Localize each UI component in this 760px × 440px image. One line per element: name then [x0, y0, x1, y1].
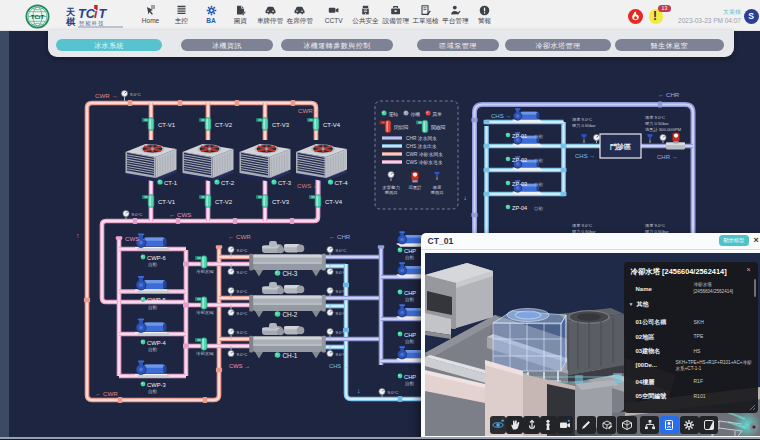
svg-text:門診區: 門診區	[610, 143, 631, 151]
svg-text:流量計 300.00GPM: 流量計 300.00GPM	[645, 127, 682, 132]
svg-text:CWS →: CWS →	[125, 235, 147, 242]
svg-text:開啟閥: 開啟閥	[431, 124, 446, 131]
svg-text:ZP-02: ZP-02	[512, 157, 527, 163]
svg-text:9.0°C: 9.0°C	[336, 248, 347, 253]
svg-text:CHS →: CHS →	[329, 363, 349, 369]
svg-text:異常: 異常	[433, 112, 443, 117]
svg-text:自動: 自動	[148, 262, 158, 267]
svg-text:CT-3: CT-3	[278, 180, 292, 186]
svg-text:CT-2: CT-2	[221, 180, 235, 186]
svg-text:CHP: CHP	[404, 332, 416, 338]
svg-text:← CHR: ← CHR	[658, 91, 680, 98]
svg-text:溫度 9.0°C: 溫度 9.0°C	[645, 223, 665, 228]
svg-text:CT-V2: CT-V2	[215, 199, 233, 205]
svg-text:CWP-5: CWP-5	[147, 297, 166, 303]
svg-text:CT-V2: CT-V2	[215, 122, 233, 128]
svg-text:9.0°C: 9.0°C	[388, 390, 399, 395]
svg-text:ZP-04: ZP-04	[512, 205, 527, 211]
svg-text:自動: 自動	[534, 182, 543, 187]
svg-text:ZP-01: ZP-01	[512, 133, 527, 139]
svg-text:棋: 棋	[65, 17, 76, 27]
svg-text:↑: ↑	[472, 169, 475, 176]
svg-text:9.0°C: 9.0°C	[336, 311, 347, 316]
svg-text:運轉: 運轉	[389, 111, 399, 118]
svg-text:CHP: CHP	[404, 290, 416, 296]
svg-text:TC: TC	[78, 7, 96, 21]
svg-text:CH-1: CH-1	[283, 352, 298, 359]
svg-text:CHS →: CHS →	[491, 113, 511, 119]
svg-text:自動: 自動	[148, 305, 158, 310]
svg-text:9.0°C: 9.0°C	[237, 289, 248, 294]
svg-text:↓: ↓	[357, 387, 361, 394]
svg-text:CWS →: CWS →	[229, 363, 250, 369]
svg-text:自動: 自動	[405, 339, 415, 344]
svg-text:CWR →: CWR →	[95, 92, 118, 99]
svg-text:← CWR: ← CWR	[228, 233, 251, 240]
svg-text:冷卻水閥: 冷卻水閥	[196, 269, 214, 274]
svg-text:9.0°C: 9.0°C	[237, 330, 248, 335]
svg-text:自動: 自動	[148, 347, 158, 352]
svg-text:CH-2: CH-2	[283, 311, 298, 318]
svg-text:CT-V1: CT-V1	[158, 122, 176, 128]
svg-text:CHS →: CHS →	[575, 153, 595, 159]
svg-text:CWP-6: CWP-6	[147, 255, 166, 261]
svg-text:冷卻水閥: 冷卻水閥	[196, 351, 214, 356]
svg-text:CT-V3: CT-V3	[272, 122, 290, 128]
svg-text:← CHR: ← CHR	[329, 233, 351, 240]
svg-text:← CWS: ← CWS	[169, 211, 191, 218]
svg-text:CWS ↓: CWS ↓	[297, 182, 316, 189]
svg-text:CT-1: CT-1	[164, 180, 178, 186]
svg-text:↓: ↓	[463, 194, 466, 201]
svg-text:CH-3: CH-3	[283, 270, 298, 277]
svg-text:CWR ↓: CWR ↓	[298, 107, 318, 114]
svg-text:T: T	[99, 7, 108, 21]
svg-text:9.0°C: 9.0°C	[336, 289, 347, 294]
svg-text:9.0°C: 9.0°C	[336, 352, 347, 357]
svg-text:← CWR: ← CWR	[95, 390, 118, 397]
svg-text:冷卻水閥: 冷卻水閥	[196, 310, 214, 315]
svg-text:CHR →: CHR →	[657, 154, 678, 160]
svg-text:壓力 0.50bar: 壓力 0.50bar	[572, 123, 596, 128]
svg-text:CT-V1: CT-V1	[158, 199, 176, 205]
svg-text:↑: ↑	[76, 232, 80, 239]
svg-text:閉鎖閥: 閉鎖閥	[394, 125, 409, 130]
svg-text:9.0°C: 9.0°C	[132, 212, 143, 217]
svg-text:智能科技: 智能科技	[79, 20, 105, 27]
svg-text:9.0°C: 9.0°C	[237, 311, 248, 316]
svg-text:CWP-3: CWP-3	[147, 382, 166, 388]
svg-text:溫度 9.0°C: 溫度 9.0°C	[572, 223, 592, 228]
svg-text:9.0°C: 9.0°C	[237, 248, 248, 253]
svg-text:ZP-03: ZP-03	[512, 181, 527, 187]
svg-text:自動: 自動	[405, 255, 415, 260]
svg-text:壓力 0.50bar: 壓力 0.50bar	[645, 121, 669, 126]
svg-text:CT-V4: CT-V4	[323, 122, 341, 128]
svg-text:CWP-4: CWP-4	[147, 340, 166, 346]
svg-text:CHR 冰水回水: CHR 冰水回水	[406, 136, 437, 141]
svg-text:CHP: CHP	[404, 374, 416, 380]
svg-text:9.0°C: 9.0°C	[336, 270, 347, 275]
svg-text:自動: 自動	[534, 134, 543, 139]
svg-text:溫度: 溫度	[433, 185, 442, 190]
svg-text:天: 天	[65, 7, 76, 17]
svg-text:自動: 自動	[148, 389, 158, 394]
svg-text:CHS 冰水出水: CHS 冰水出水	[406, 143, 437, 149]
svg-text:溫度 9.0°C: 溫度 9.0°C	[645, 115, 665, 120]
svg-text:自動: 自動	[534, 206, 543, 211]
svg-text:CHP: CHP	[404, 248, 416, 254]
svg-text:溫度 9.0°C: 溫度 9.0°C	[572, 117, 592, 122]
svg-text:自動: 自動	[534, 158, 543, 163]
svg-text:↓: ↓	[99, 261, 103, 268]
svg-text:9.0°C: 9.0°C	[336, 330, 347, 335]
svg-text:TCiT: TCiT	[31, 13, 45, 20]
svg-text:CT-V3: CT-V3	[272, 199, 290, 205]
svg-text:9.0°C: 9.0°C	[237, 270, 248, 275]
svg-text:9.0°C: 9.0°C	[130, 92, 141, 97]
svg-text:自動: 自動	[405, 381, 415, 386]
svg-text:CT-4: CT-4	[335, 180, 349, 186]
svg-text:自動: 自動	[405, 297, 415, 302]
svg-text:水管壓力: 水管壓力	[382, 185, 400, 190]
svg-text:9.0°C: 9.0°C	[237, 352, 248, 357]
svg-text:CT-V4: CT-V4	[325, 199, 343, 205]
